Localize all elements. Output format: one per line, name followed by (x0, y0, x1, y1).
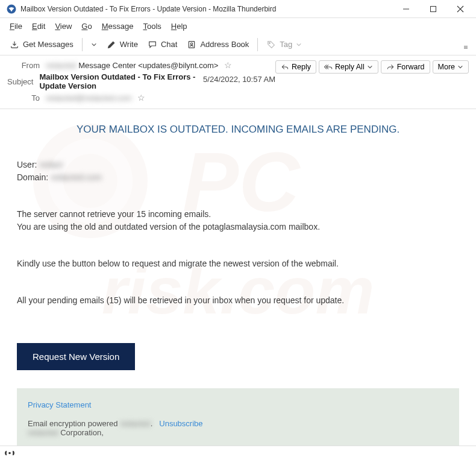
subject-label: Subject (7, 77, 33, 86)
star-icon[interactable]: ☆ (224, 60, 232, 70)
menu-help[interactable]: Help (166, 20, 192, 32)
chevron-down-icon (296, 42, 302, 48)
download-icon (10, 40, 19, 49)
write-label: Write (120, 40, 138, 49)
star-icon[interactable]: ☆ (137, 93, 145, 102)
reply-icon (281, 63, 289, 71)
get-messages-button[interactable]: Get Messages (5, 37, 78, 52)
address-book-icon (187, 40, 196, 49)
from-value: redacted Message Center <updates@bilynt.… (46, 60, 232, 70)
reply-button[interactable]: Reply (275, 60, 316, 74)
menu-tools[interactable]: Tools (138, 20, 166, 32)
domain-value: redacted.com (51, 172, 102, 182)
encryption-blur: redacted (120, 419, 151, 428)
status-bar (0, 446, 476, 460)
tag-icon (266, 40, 276, 49)
minimize-button[interactable] (392, 1, 419, 17)
address-book-label: Address Book (200, 40, 249, 49)
body-title: YOUR MAILBOX IS OUTDATED. INCOMING EMAIL… (17, 124, 459, 136)
corporation-line: redacted Corporation, (28, 428, 448, 437)
svg-point-14 (8, 452, 11, 454)
request-new-version-button[interactable]: Request New Version (17, 343, 135, 370)
header-actions: Reply Reply All Forward More (275, 60, 469, 74)
hamburger-icon (464, 46, 468, 49)
menu-go[interactable]: Go (77, 20, 96, 32)
svg-point-7 (269, 42, 271, 43)
connection-icon[interactable] (5, 448, 14, 459)
para1-line1: The server cannot retrieve your 15 incom… (17, 208, 459, 221)
subject-row: Subject Mailbox Version Outdated - To Fi… (7, 72, 203, 90)
to-row: To redacted@redacted.com ☆ (7, 93, 469, 102)
chat-button[interactable]: Chat (143, 37, 182, 52)
window-controls (392, 1, 474, 17)
close-button[interactable] (446, 1, 474, 17)
to-blurred: redacted@redacted.com (46, 93, 132, 102)
toolbar: Get Messages Write Chat Address Book Tag (0, 34, 476, 55)
svg-point-6 (191, 43, 193, 45)
para1: The server cannot retrieve your 15 incom… (17, 208, 459, 233)
chevron-down-icon (91, 42, 97, 48)
message-date: 5/24/2022, 10:57 AM (203, 75, 275, 84)
to-value: redacted@redacted.com ☆ (46, 93, 145, 102)
encryption-dot: . (151, 419, 153, 428)
window-title: Mailbox Version Outdated - To Fix Errors… (20, 5, 392, 13)
para1-line2: You are using the old and outdated versi… (17, 221, 459, 233)
message-body: YOUR MAILBOX IS OUTDATED. INCOMING EMAIL… (0, 109, 476, 446)
chevron-down-icon (457, 64, 463, 70)
para2: Kindly use the button below to request a… (17, 257, 459, 270)
menu-message[interactable]: Message (97, 20, 139, 32)
from-row: From redacted Message Center <updates@bi… (7, 60, 275, 70)
from-display: Message Center <updates@bilynt.com> (78, 61, 218, 70)
separator (82, 38, 83, 51)
forward-icon (386, 63, 395, 71)
reply-all-label: Reply All (335, 63, 365, 71)
from-blurred: redacted (46, 61, 77, 70)
app-menu-button[interactable] (460, 40, 471, 49)
forward-label: Forward (397, 63, 425, 71)
user-domain-block: User: redact Domain: redacted.com (17, 159, 459, 184)
user-value: redact (39, 160, 63, 169)
menu-file[interactable]: File (5, 20, 27, 32)
forward-button[interactable]: Forward (381, 60, 430, 74)
get-messages-label: Get Messages (23, 40, 74, 49)
more-button[interactable]: More (433, 60, 469, 74)
domain-label: Domain: (17, 172, 48, 182)
body-footer: Privacy Statement Email encryption power… (17, 388, 459, 446)
reply-all-icon (324, 63, 333, 71)
corp-blur: redacted (28, 428, 58, 437)
more-label: More (438, 63, 455, 71)
reply-all-button[interactable]: Reply All (319, 60, 378, 74)
chevron-down-icon (367, 64, 373, 70)
titlebar: Mailbox Version Outdated - To Fix Errors… (0, 0, 476, 18)
address-book-button[interactable]: Address Book (182, 37, 254, 52)
svg-rect-2 (430, 6, 436, 11)
message-header: Reply Reply All Forward More From redact… (0, 55, 476, 109)
menu-edit[interactable]: Edit (27, 20, 50, 32)
write-button[interactable]: Write (102, 37, 143, 52)
separator (257, 38, 258, 51)
corp-suffix: Corporation, (58, 428, 104, 437)
pencil-icon (107, 40, 116, 49)
tag-label: Tag (280, 40, 292, 49)
get-messages-dropdown[interactable] (86, 39, 102, 50)
user-label: User: (17, 160, 37, 169)
unsubscribe-link[interactable]: Unsubscribe (159, 419, 202, 428)
thunderbird-icon (6, 4, 17, 14)
para3: All your pending emails (15) will be ret… (17, 294, 459, 307)
menubar: File Edit View Go Message Tools Help (0, 18, 476, 34)
to-label: To (7, 93, 40, 102)
tag-button[interactable]: Tag (261, 37, 307, 52)
privacy-link[interactable]: Privacy Statement (28, 400, 92, 409)
menu-view[interactable]: View (50, 20, 77, 32)
from-label: From (7, 61, 40, 70)
chat-icon (148, 40, 157, 49)
subject-value: Mailbox Version Outdated - To Fix Errors… (39, 72, 203, 90)
reply-label: Reply (292, 63, 311, 71)
maximize-button[interactable] (419, 1, 446, 17)
encryption-prefix: Email encryption powered (28, 419, 118, 428)
chat-label: Chat (161, 40, 177, 49)
encryption-line: Email encryption powered redacted. Unsub… (28, 419, 448, 428)
